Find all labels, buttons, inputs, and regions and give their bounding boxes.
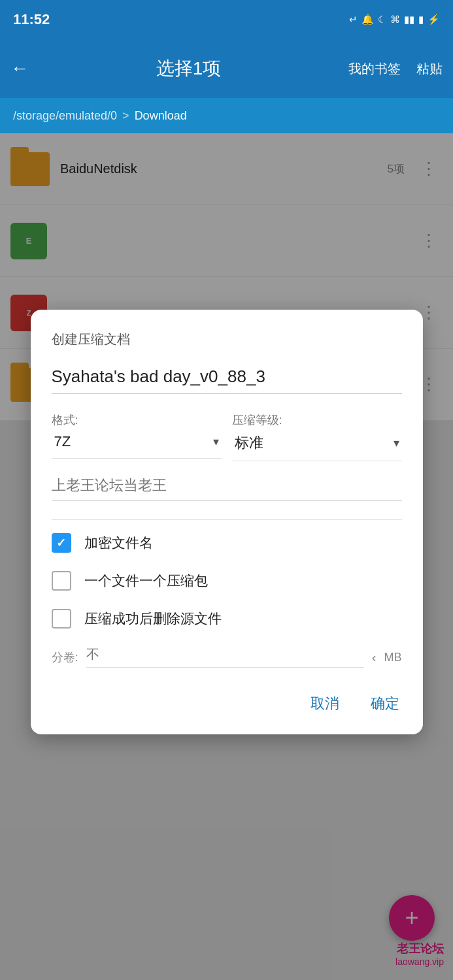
status-icons: ↵ 🔔 ☾ ⌘ ▮▮ ▮ ⚡ <box>349 14 440 25</box>
format-section: 格式: 7Z ▾ <box>52 412 222 461</box>
toolbar-title: 选择1项 <box>42 56 335 81</box>
split-row: 分卷: ‹ MB <box>52 647 402 668</box>
level-section: 压缩等级: 标准 ▾ <box>232 412 402 461</box>
charging-icon: ⚡ <box>428 14 440 25</box>
level-label: 压缩等级: <box>232 412 402 428</box>
breadcrumb: /storage/emulated/0 > Download <box>0 98 453 133</box>
split-label: 分卷: <box>52 649 78 665</box>
mute-icon: 🔔 <box>361 14 374 25</box>
breadcrumb-path[interactable]: /storage/emulated/0 <box>13 109 117 123</box>
password-input[interactable] <box>52 477 402 501</box>
battery-icon: ▮ <box>418 14 424 25</box>
one-file-checkbox[interactable] <box>52 571 71 591</box>
one-file-checkbox-row: 一个文件一个压缩包 <box>52 571 402 591</box>
toolbar: ← 选择1项 我的书签 粘贴 <box>0 39 453 98</box>
dialog-title: 创建压缩文档 <box>52 331 402 348</box>
back-button[interactable]: ← <box>10 58 29 79</box>
encrypt-checkbox[interactable] <box>52 533 71 553</box>
delete-source-checkbox-row: 压缩成功后删除源文件 <box>52 609 402 629</box>
level-select[interactable]: 标准 ▾ <box>232 428 402 458</box>
bookmarks-button[interactable]: 我的书签 <box>348 60 401 78</box>
format-select[interactable]: 7Z ▾ <box>52 428 222 455</box>
confirm-button[interactable]: 确定 <box>368 689 402 719</box>
format-value: 7Z <box>54 433 71 450</box>
level-value: 标准 <box>235 433 263 453</box>
split-unit: MB <box>384 651 402 664</box>
format-label: 格式: <box>52 412 222 428</box>
format-dropdown-icon: ▾ <box>213 434 219 449</box>
wifi-icon: ⌘ <box>390 14 400 25</box>
breadcrumb-separator: > <box>122 109 129 123</box>
bluetooth-icon: ↵ <box>349 14 358 25</box>
split-input[interactable] <box>86 647 364 668</box>
paste-button[interactable]: 粘贴 <box>416 60 443 78</box>
breadcrumb-current[interactable]: Download <box>135 109 187 123</box>
cancel-button[interactable]: 取消 <box>308 689 342 719</box>
divider <box>52 519 402 520</box>
status-bar: 11:52 ↵ 🔔 ☾ ⌘ ▮▮ ▮ ⚡ <box>0 0 453 39</box>
create-archive-dialog: 创建压缩文档 格式: 7Z ▾ 压缩等级: 标准 ▾ <box>31 310 423 734</box>
moon-icon: ☾ <box>378 14 386 25</box>
encrypt-label: 加密文件名 <box>84 534 153 552</box>
file-list: BaiduNetdisk 5项 ⋮ E ⋮ Z ⋮ ⋮ 创建压缩文档 格式: <box>0 133 453 980</box>
split-back-icon[interactable]: ‹ <box>372 650 377 665</box>
delete-source-checkbox[interactable] <box>52 609 71 629</box>
one-file-label: 一个文件一个压缩包 <box>84 572 208 590</box>
delete-source-label: 压缩成功后删除源文件 <box>84 610 222 628</box>
dialog-actions: 取消 确定 <box>52 689 402 719</box>
status-time: 11:52 <box>13 11 50 28</box>
signal-icon: ▮▮ <box>404 14 414 25</box>
filename-input[interactable] <box>52 367 402 394</box>
encrypt-checkbox-row: 加密文件名 <box>52 533 402 553</box>
toolbar-actions: 我的书签 粘贴 <box>348 60 443 78</box>
level-dropdown-icon: ▾ <box>394 436 399 450</box>
